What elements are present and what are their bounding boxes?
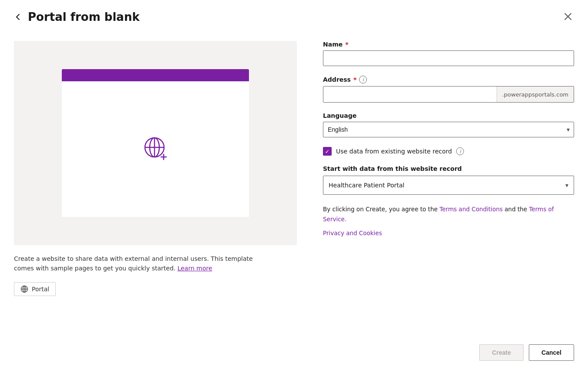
preview-bar xyxy=(62,69,249,81)
language-select[interactable]: English French German Spanish xyxy=(323,122,574,137)
terms-conditions-link[interactable]: Terms and Conditions xyxy=(440,206,503,213)
dialog-footer: Create Cancel xyxy=(0,337,588,373)
address-suffix: .powerappsportals.com xyxy=(497,87,574,102)
description-text: Create a website to share data with exte… xyxy=(14,254,258,273)
language-label: Language xyxy=(323,112,574,119)
globe-plus-icon xyxy=(140,132,171,163)
portal-tag-label: Portal xyxy=(32,286,49,293)
privacy-cookies-link[interactable]: Privacy and Cookies xyxy=(323,230,574,236)
right-panel: Name * Address * i .powerappsportals.com xyxy=(323,41,574,327)
preview-box xyxy=(14,41,297,245)
cancel-button[interactable]: Cancel xyxy=(529,344,574,361)
learn-more-link[interactable]: Learn more xyxy=(178,265,212,272)
checkbox-check-icon: ✓ xyxy=(325,148,330,155)
dialog-body: Create a website to share data with exte… xyxy=(0,30,588,337)
agree-text: By clicking on Create, you agree to the … xyxy=(323,204,574,224)
website-record-label: Start with data from this website record xyxy=(323,165,574,172)
portal-tag-badge[interactable]: Portal xyxy=(14,282,56,296)
dialog: Portal from blank xyxy=(0,0,588,373)
dialog-header: Portal from blank xyxy=(0,0,588,30)
address-required-star: * xyxy=(353,76,356,83)
website-record-value: Healthcare Patient Portal xyxy=(329,182,565,189)
language-form-group: Language English French German Spanish ▾ xyxy=(323,112,574,137)
address-input-row: .powerappsportals.com xyxy=(323,86,574,103)
address-label: Address * i xyxy=(323,76,574,83)
name-required-star: * xyxy=(345,41,348,48)
checkbox-info-icon[interactable]: i xyxy=(456,147,464,155)
name-input[interactable] xyxy=(323,50,574,66)
website-record-select[interactable]: Healthcare Patient Portal ▾ xyxy=(323,176,574,195)
name-form-group: Name * xyxy=(323,41,574,66)
website-record-arrow-icon: ▾ xyxy=(565,182,568,189)
create-button[interactable]: Create xyxy=(479,344,524,361)
close-button[interactable] xyxy=(560,9,576,24)
tag-row: Portal xyxy=(14,282,297,296)
dialog-title: Portal from blank xyxy=(28,10,140,23)
checkbox-label: Use data from existing website record xyxy=(336,148,452,155)
use-data-checkbox[interactable]: ✓ xyxy=(323,147,332,156)
left-panel: Create a website to share data with exte… xyxy=(14,41,297,327)
back-button[interactable] xyxy=(14,13,23,21)
portal-globe-icon xyxy=(20,285,28,293)
language-select-wrapper: English French German Spanish ▾ xyxy=(323,122,574,137)
address-input[interactable] xyxy=(323,87,497,102)
preview-icon xyxy=(140,132,171,163)
address-info-icon[interactable]: i xyxy=(359,76,367,83)
checkbox-row: ✓ Use data from existing website record … xyxy=(323,147,574,156)
website-record-section: Start with data from this website record… xyxy=(323,165,574,195)
preview-inner xyxy=(62,69,249,217)
address-form-group: Address * i .powerappsportals.com xyxy=(323,76,574,103)
name-label: Name * xyxy=(323,41,574,48)
